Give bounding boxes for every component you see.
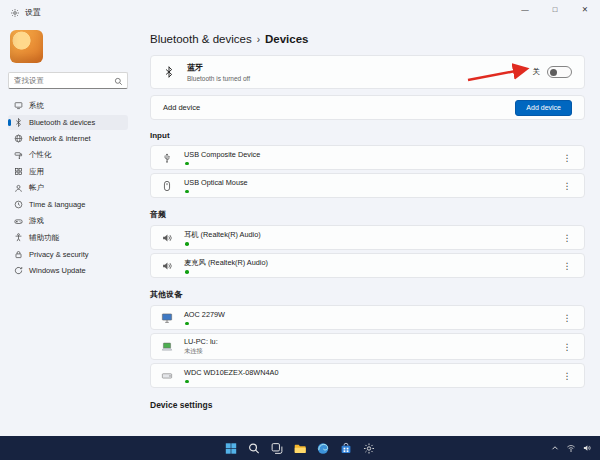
close-button[interactable]: ✕ <box>570 0 600 18</box>
sidebar-nav: 系统 Bluetooth & devices Network & interne… <box>8 98 128 278</box>
settings-icon[interactable] <box>361 440 378 457</box>
device-menu-button[interactable]: ⋮ <box>560 261 574 271</box>
device-name: AOC 2279W <box>184 310 225 319</box>
device-name: USB Composite Device <box>184 150 260 159</box>
section-title: 其他设备 <box>150 289 585 300</box>
edge-icon[interactable] <box>315 440 332 457</box>
bluetooth-card: 蓝牙 Bluetooth is turned off 关 <box>150 55 585 89</box>
device-name: USB Optical Mouse <box>184 178 248 187</box>
monitor-icon <box>161 312 173 324</box>
bluetooth-toggle[interactable] <box>547 66 572 78</box>
sidebar-item-label: Privacy & security <box>29 250 89 259</box>
gaming-icon <box>14 217 23 226</box>
device-menu-button[interactable]: ⋮ <box>560 342 574 352</box>
volume-icon[interactable] <box>582 443 592 453</box>
device-section: 其他设备 AOC 2279W ⋮ LU-PC: lu: 未连接 ⋮ WDC WD… <box>150 289 585 388</box>
section-list: AOC 2279W ⋮ LU-PC: lu: 未连接 ⋮ WDC WD10EZE… <box>150 305 585 388</box>
file-explorer-icon[interactable] <box>292 440 309 457</box>
search-input[interactable] <box>14 76 112 85</box>
status-dot-icon <box>185 242 189 246</box>
device-row-usb-optical-mouse: USB Optical Mouse ⋮ <box>150 173 585 198</box>
network-icon <box>14 134 23 143</box>
device-row-lu-pc: LU-PC: lu: 未连接 ⋮ <box>150 333 585 360</box>
sidebar-item-label: 应用 <box>29 167 44 177</box>
titlebar: 设置 — □ ✕ <box>0 0 600 26</box>
maximize-button[interactable]: □ <box>540 0 570 18</box>
minimize-button[interactable]: — <box>510 0 540 18</box>
user-avatar[interactable] <box>10 30 43 63</box>
breadcrumb-current: Devices <box>265 33 308 45</box>
app-title: 设置 <box>25 7 41 18</box>
bluetooth-toggle-group: 关 <box>533 66 573 78</box>
add-device-button[interactable]: Add device <box>515 100 572 116</box>
accounts-icon <box>14 184 23 193</box>
device-name: WDC WD10EZEX-08WN4A0 <box>184 368 278 377</box>
sidebar-item-privacy-security[interactable]: Privacy & security <box>8 247 128 262</box>
bluetooth-title: 蓝牙 <box>187 62 250 73</box>
status-dot-icon <box>185 190 189 194</box>
device-menu-button[interactable]: ⋮ <box>560 233 574 243</box>
bluetooth-icon <box>163 66 175 78</box>
window-controls: — □ ✕ <box>510 0 600 18</box>
time-icon <box>14 200 23 209</box>
device-row-usb-composite-device: USB Composite Device ⋮ <box>150 145 585 170</box>
network-icon[interactable] <box>566 443 576 453</box>
sidebar: 系统 Bluetooth & devices Network & interne… <box>0 26 133 436</box>
device-info: LU-PC: lu: 未连接 <box>184 337 218 356</box>
system-icon <box>14 101 23 110</box>
usb-icon <box>161 152 173 164</box>
device-section: 音频 耳机 (Realtek(R) Audio) ⋮ 麦克风 (Realtek(… <box>150 209 585 278</box>
sidebar-item-label: Bluetooth & devices <box>29 118 95 127</box>
breadcrumb-parent[interactable]: Bluetooth & devices <box>150 33 252 45</box>
sidebar-item-label: 系统 <box>29 101 44 111</box>
sidebar-item-accessibility[interactable]: 辅助功能 <box>8 230 128 245</box>
device-info: 耳机 (Realtek(R) Audio) <box>184 230 261 246</box>
sidebar-item-system[interactable]: 系统 <box>8 98 128 113</box>
status-dot-icon <box>185 322 189 326</box>
chevron-up-icon[interactable] <box>550 443 560 453</box>
sidebar-item-network-internet[interactable]: Network & internet <box>8 131 128 146</box>
device-settings-heading: Device settings <box>150 400 585 410</box>
mouse-icon <box>161 180 173 192</box>
sidebar-item-label: 辅助功能 <box>29 233 59 243</box>
device-name: 耳机 (Realtek(R) Audio) <box>184 230 261 240</box>
sidebar-item-apps[interactable]: 应用 <box>8 164 128 179</box>
device-info: AOC 2279W <box>184 310 225 325</box>
search-icon[interactable] <box>246 440 263 457</box>
add-device-label: Add device <box>163 103 200 112</box>
device-menu-button[interactable]: ⋮ <box>560 313 574 323</box>
main-content: Bluetooth & devices › Devices 蓝牙 Bluetoo… <box>133 26 600 436</box>
task-view-icon[interactable] <box>269 440 286 457</box>
sidebar-item-time-language[interactable]: Time & language <box>8 197 128 212</box>
device-menu-button[interactable]: ⋮ <box>560 371 574 381</box>
privacy-icon <box>14 250 23 259</box>
bluetooth-status-text: Bluetooth is turned off <box>187 75 250 82</box>
sidebar-item-personalization[interactable]: 个性化 <box>8 148 128 163</box>
device-row-aoc-2279w: AOC 2279W ⋮ <box>150 305 585 330</box>
device-info: WDC WD10EZEX-08WN4A0 <box>184 368 278 383</box>
breadcrumb-separator-icon: › <box>257 34 260 45</box>
store-icon[interactable] <box>338 440 355 457</box>
status-dot-icon <box>185 162 189 166</box>
personalization-icon <box>14 151 23 160</box>
device-menu-button[interactable]: ⋮ <box>560 181 574 191</box>
section-list: 耳机 (Realtek(R) Audio) ⋮ 麦克风 (Realtek(R) … <box>150 225 585 278</box>
update-icon <box>14 266 23 275</box>
device-menu-button[interactable]: ⋮ <box>560 153 574 163</box>
device-info: USB Optical Mouse <box>184 178 248 193</box>
search-box <box>8 72 128 89</box>
device-info: 麦克风 (Realtek(R) Audio) <box>184 258 268 274</box>
start-icon[interactable] <box>223 440 240 457</box>
bluetooth-icon <box>14 118 23 127</box>
search-icon <box>114 77 123 86</box>
sidebar-item-label: 帐户 <box>29 183 44 193</box>
device-row-headphones: 耳机 (Realtek(R) Audio) ⋮ <box>150 225 585 250</box>
sidebar-item-label: Windows Update <box>29 266 86 275</box>
sidebar-item-accounts[interactable]: 帐户 <box>8 181 128 196</box>
sidebar-item-windows-update[interactable]: Windows Update <box>8 263 128 278</box>
sidebar-item-bluetooth-devices[interactable]: Bluetooth & devices <box>8 115 128 130</box>
settings-gear-icon <box>10 8 20 18</box>
accessibility-icon <box>14 233 23 242</box>
sidebar-item-gaming[interactable]: 游戏 <box>8 214 128 229</box>
taskbar <box>0 436 600 460</box>
